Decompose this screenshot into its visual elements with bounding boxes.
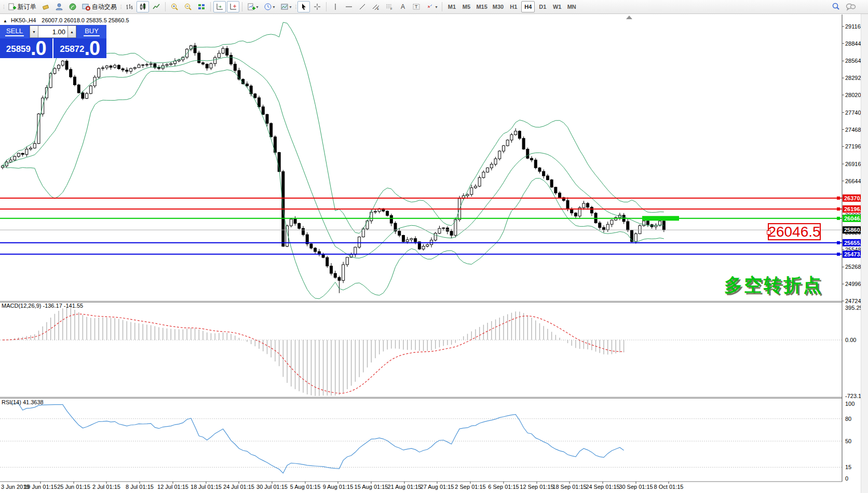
candlestick-mode-button[interactable] [137, 1, 149, 12]
profile-button[interactable] [53, 1, 65, 12]
signal-icon [69, 3, 77, 11]
price-level-callout[interactable]: 26046.5 [768, 223, 821, 240]
toolbar-separator [442, 2, 442, 11]
sell-button[interactable]: SELL [0, 25, 29, 38]
buy-price[interactable]: 25872 .0 [53, 38, 107, 58]
svg-text:100: 100 [845, 401, 855, 407]
arrows-icon [426, 3, 434, 11]
svg-text:0: 0 [845, 475, 848, 482]
templates-button[interactable]: ▾ [278, 1, 294, 12]
cursor-icon [300, 3, 308, 11]
zoom-in-button[interactable] [168, 1, 181, 12]
eraser-icon [42, 3, 50, 11]
line-chart-mode-button[interactable] [150, 1, 162, 12]
timeframe-group: M1M5M15M30H1H4D1W1MN [444, 0, 579, 14]
auto-scroll-button[interactable] [213, 1, 226, 12]
text-icon: A [399, 3, 407, 11]
toolbar-grip: ⁞ [295, 4, 296, 10]
candlestick-icon [139, 3, 147, 11]
toolbar-separator [165, 2, 166, 11]
svg-text:6 Sep 01:15: 6 Sep 01:15 [488, 484, 519, 490]
search-button[interactable] [829, 1, 843, 12]
sell-price-main: 25859 [6, 42, 31, 57]
svg-text:8 Jul 01:15: 8 Jul 01:15 [126, 484, 154, 490]
timeframe-m1-button[interactable]: M1 [445, 1, 458, 12]
equidistant-channel-tool-button[interactable]: E [370, 1, 382, 12]
signal-button[interactable] [66, 1, 79, 12]
svg-text:2 Sep 01:15: 2 Sep 01:15 [455, 484, 485, 490]
timeframe-m15-button[interactable]: M15 [474, 1, 489, 12]
svg-text:RSI(14) 41.3638: RSI(14) 41.3638 [2, 399, 44, 405]
svg-text:80: 80 [845, 416, 851, 422]
svg-text:MACD(12,26,9) -136.17 -141.55: MACD(12,26,9) -136.17 -141.55 [2, 303, 83, 309]
crosshair-tool-button[interactable] [311, 1, 323, 12]
text-tool-button[interactable]: A [397, 1, 409, 12]
main-toolbar: ⁞ 新订单 自动交易 ⁞ [0, 0, 868, 14]
chart-shift-button[interactable] [227, 1, 239, 12]
arrows-tool-button[interactable]: ▾ [424, 1, 439, 12]
eraser-button[interactable] [39, 1, 52, 12]
new-order-button[interactable]: 新订单 [6, 1, 38, 12]
horizontal-line-tool-button[interactable] [343, 1, 355, 12]
auto-scroll-icon [215, 3, 224, 11]
cursor-tool-button[interactable] [297, 1, 310, 12]
toolbar-grip: ⁞ [3, 4, 4, 10]
autotrading-label: 自动交易 [92, 3, 117, 11]
text-label-tool-button[interactable]: T [410, 1, 423, 12]
periods-button[interactable]: ▾ [262, 1, 277, 12]
timeframe-d1-button[interactable]: D1 [536, 1, 549, 12]
timeframe-m30-button[interactable]: M30 [491, 1, 506, 12]
trendline-tool-button[interactable] [356, 1, 369, 12]
template-icon [280, 3, 289, 11]
dropdown-caret: ▾ [290, 5, 292, 9]
buy-button[interactable]: BUY [77, 25, 106, 38]
svg-text:50: 50 [845, 438, 851, 444]
svg-text:30 Sep 01:15: 30 Sep 01:15 [619, 484, 653, 490]
chart-window[interactable]: MACD(12,26,9) -136.17 -141.55RSI(14) 41.… [0, 14, 868, 493]
one-click-trading-panel: SELL ▼ ▲ BUY 25859 .0 25872 .0 [0, 25, 106, 58]
zoom-in-icon [170, 3, 179, 11]
autotrading-button[interactable]: 自动交易 [80, 1, 119, 12]
dropdown-caret: ▾ [256, 5, 259, 9]
svg-text:15 Aug 01:15: 15 Aug 01:15 [355, 484, 388, 490]
timeframe-h1-button[interactable]: H1 [507, 1, 520, 12]
indicators-button[interactable]: ▾ [245, 1, 261, 12]
vertical-line-tool-button[interactable] [329, 1, 342, 12]
symbol-period-label: HK50-,H4 [11, 17, 36, 23]
svg-text:19 Jun 01:15: 19 Jun 01:15 [24, 484, 57, 490]
lot-size-input[interactable] [38, 25, 67, 38]
right-scroll-strip[interactable] [861, 14, 868, 493]
svg-text:T: T [415, 4, 418, 9]
toolbar-separator [210, 2, 211, 11]
zoom-out-button[interactable] [182, 1, 194, 12]
lot-decrease-button[interactable]: ▼ [30, 25, 38, 38]
fibonacci-tool-button[interactable]: F [383, 1, 396, 12]
price-chart-canvas[interactable]: MACD(12,26,9) -136.17 -141.55RSI(14) 41.… [0, 14, 868, 493]
svg-text:18 Jul 01:15: 18 Jul 01:15 [191, 484, 222, 490]
timeframe-mn-button[interactable]: MN [565, 1, 578, 12]
dropdown-caret: ▾ [435, 5, 437, 9]
svg-text:F: F [390, 7, 392, 10]
lot-increase-button[interactable]: ▲ [67, 25, 76, 38]
svg-text:12 Jul 01:15: 12 Jul 01:15 [157, 484, 188, 490]
vertical-line-icon [331, 3, 340, 11]
svg-text:24 Jul 01:15: 24 Jul 01:15 [223, 484, 254, 490]
tile-windows-icon [197, 3, 206, 11]
line-chart-icon [152, 3, 160, 11]
timeframe-m5-button[interactable]: M5 [459, 1, 473, 12]
toolbar-separator [242, 2, 242, 11]
svg-text:395.25: 395.25 [845, 305, 863, 311]
chart-ohlc-title: ▲ HK50-,H4 26007.0 26018.0 25835.5 25860… [3, 17, 129, 23]
dropdown-caret: ▾ [273, 5, 275, 9]
sell-price[interactable]: 25859 .0 [0, 38, 53, 58]
new-order-icon [8, 3, 16, 11]
svg-text:27 Aug 01:15: 27 Aug 01:15 [421, 484, 454, 490]
clock-icon [264, 3, 272, 11]
bar-chart-mode-button[interactable] [123, 1, 135, 12]
indicators-icon [247, 3, 255, 11]
timeframe-h4-button[interactable]: H4 [521, 1, 535, 12]
profile-icon [55, 3, 63, 11]
tile-windows-button[interactable] [195, 1, 208, 12]
chat-button[interactable] [844, 1, 858, 12]
timeframe-w1-button[interactable]: W1 [550, 1, 564, 12]
